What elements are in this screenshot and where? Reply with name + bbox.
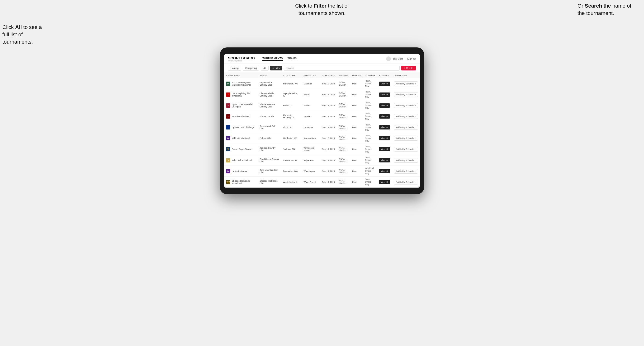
search-input[interactable] (284, 66, 400, 71)
cell-start-date: Sep 18, 2023 (320, 144, 337, 155)
cell-hosted-by: Wake Forest (302, 177, 320, 187)
cell-scoring: Team,Stroke Play (363, 89, 377, 100)
table-header-row: EVENT NAME VENUE CITY, STATE HOSTED BY S… (224, 73, 420, 78)
cell-hosted-by: Illinois (302, 89, 320, 100)
cell-venue: Olympia Fields Country Club (258, 89, 281, 100)
table-row: M 2023 Joe Feaganes Marshall Invitationa… (224, 78, 420, 89)
tournaments-table: EVENT NAME VENUE CITY, STATE HOSTED BY S… (224, 73, 420, 187)
cell-actions: View 👁 (377, 111, 392, 122)
cell-venue: Ravenwood Golf Club (258, 122, 281, 133)
cell-hosted-by: Tennessee-Martin (302, 144, 320, 155)
cell-gender: Men (350, 78, 363, 89)
view-button[interactable]: View 👁 (379, 169, 390, 173)
app-header: SCOREBOARD Powered by clippd TOURNAMENTS… (224, 54, 420, 64)
cell-event-name: F Ryan T. Lee Memorial Collegiate (224, 100, 258, 111)
add-to-schedule-button[interactable]: Add to My Schedule + (394, 158, 418, 163)
cell-city-state: Berlin, CT (281, 100, 302, 111)
cell-scoring: Team,Stroke Play (363, 78, 377, 89)
cell-event-name: ↑ Upstate Dual Challenge (224, 122, 258, 133)
divider: | (405, 58, 406, 60)
tablet-screen: SCOREBOARD Powered by clippd TOURNAMENTS… (224, 54, 420, 187)
view-button[interactable]: View 👁 (379, 158, 390, 163)
cell-competing: Add to My Schedule + (392, 100, 420, 111)
cell-division: NCAADivision I (337, 177, 350, 187)
cell-gender: Men (350, 111, 363, 122)
app-logo-sub: Powered by clippd (228, 60, 255, 62)
cell-start-date: Sep 16, 2023 (320, 100, 337, 111)
event-name-text: Grover Page Classic (232, 148, 252, 150)
tab-hosting[interactable]: Hosting (228, 66, 241, 71)
table-row: F Ryan T. Lee Memorial Collegiate Shuttl… (224, 100, 420, 111)
cell-city-state: Olympia Fields, IL (281, 89, 302, 100)
tablet-frame: SCOREBOARD Powered by clippd TOURNAMENTS… (220, 47, 424, 194)
cell-venue: Jackson Country Club (258, 144, 281, 155)
cell-event-name: I OFCC Fighting Illini Invitational (224, 89, 258, 100)
create-button[interactable]: + Create (401, 66, 416, 70)
add-to-schedule-button[interactable]: Add to My Schedule + (394, 92, 418, 97)
cell-event-name: W Husky Individual (224, 166, 258, 177)
add-to-schedule-button[interactable]: Add to My Schedule + (394, 81, 418, 86)
tab-competing[interactable]: Competing (243, 66, 259, 71)
filter-label: Filter (275, 67, 280, 69)
view-button[interactable]: View 👁 (379, 125, 390, 130)
cell-gender: Men (350, 122, 363, 133)
add-to-schedule-button[interactable]: Add to My Schedule + (394, 180, 418, 184)
sign-out-link[interactable]: Sign out (407, 58, 416, 60)
add-to-schedule-button[interactable]: Add to My Schedule + (394, 125, 418, 130)
add-to-schedule-button[interactable]: Add to My Schedule + (394, 169, 418, 173)
table-row: ↑ Upstate Dual Challenge Ravenwood Golf … (224, 122, 420, 133)
event-name-text: Upstate Dual Challenge (232, 126, 254, 129)
view-button[interactable]: View 👁 (379, 103, 390, 108)
col-division: DIVISION (337, 73, 350, 78)
event-name-text: Husky Individual (232, 170, 248, 173)
team-logo: ↑ (226, 125, 230, 130)
eye-icon: 👁 (386, 137, 388, 140)
cell-division: NCAADivision I (337, 144, 350, 155)
view-button[interactable]: View 👁 (379, 136, 390, 140)
add-to-schedule-button[interactable]: Add to My Schedule + (394, 136, 418, 141)
col-city-state: CITY, STATE (281, 73, 302, 78)
event-name-text: Valpo Fall Invitational (232, 159, 252, 162)
view-button[interactable]: View 👁 (379, 147, 390, 151)
cell-venue: Chicago Highlands Club (258, 177, 281, 187)
filter-button[interactable]: ≡ Filter (270, 66, 282, 70)
cell-competing: Add to My Schedule + (392, 144, 420, 155)
view-button[interactable]: View 👁 (379, 92, 390, 97)
col-start-date: START DATE (320, 73, 337, 78)
table-row: V Grover Page Classic Jackson Country Cl… (224, 144, 420, 155)
cell-start-date: Sep 15, 2023 (320, 89, 337, 100)
nav-tab-teams[interactable]: TEAMS (288, 57, 297, 61)
cell-actions: View 👁 (377, 144, 392, 155)
add-to-schedule-button[interactable]: Add to My Schedule + (394, 147, 418, 152)
cell-city-state: Huntington, WV (281, 78, 302, 89)
eye-icon: 👁 (386, 148, 388, 150)
nav-tab-tournaments[interactable]: TOURNAMENTS (262, 57, 282, 61)
annotation-top-right: Or Search the name of the tournament. (578, 2, 639, 17)
event-name-text: Temple Invitational (232, 115, 250, 118)
table-row: W Wildcat Invitational Colbert Hills Man… (224, 133, 420, 144)
view-button[interactable]: View 👁 (379, 114, 390, 119)
cell-gender: Men (350, 100, 363, 111)
cell-division: NCAADivision I (337, 78, 350, 89)
cell-hosted-by: Valparaiso (302, 155, 320, 166)
cell-division: NCAADivision I (337, 122, 350, 133)
cell-actions: View 👁 (377, 133, 392, 144)
add-to-schedule-button[interactable]: Add to My Schedule + (394, 103, 418, 108)
team-logo: M (226, 82, 230, 86)
cell-venue: The 1912 Club (258, 111, 281, 122)
add-to-schedule-button[interactable]: Add to My Schedule + (394, 114, 418, 119)
view-button[interactable]: View 👁 (379, 180, 390, 184)
view-button[interactable]: View 👁 (379, 82, 390, 86)
cell-division: NCAADivision I (337, 166, 350, 177)
cell-scoring: Team,Stroke Play (363, 100, 377, 111)
team-logo: T (226, 114, 230, 119)
cell-actions: View 👁 (377, 100, 392, 111)
eye-icon: 👁 (386, 126, 388, 129)
cell-competing: Add to My Schedule + (392, 78, 420, 89)
cell-hosted-by: Marshall (302, 78, 320, 89)
user-avatar (386, 56, 391, 61)
cell-venue: Sand Creek Country Club (258, 155, 281, 166)
annotation-top-center: Click to Filter the list of tournaments … (282, 2, 362, 17)
tab-all[interactable]: All (261, 66, 268, 71)
main-nav: TOURNAMENTS TEAMS (262, 57, 380, 61)
